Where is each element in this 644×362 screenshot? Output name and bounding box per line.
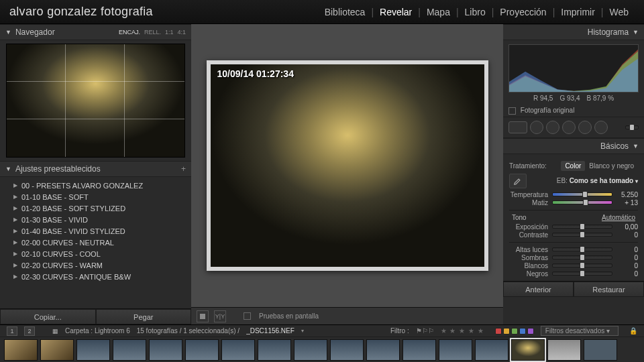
temp-slider[interactable] <box>552 192 612 196</box>
grid-icon[interactable]: ▦ <box>52 328 58 335</box>
preset-folder[interactable]: ▶01-10 BASE - SOFT <box>0 191 191 202</box>
color-label-chip[interactable] <box>527 328 534 335</box>
chevron-down-icon: ▼ <box>5 166 11 172</box>
filters-dropdown[interactable]: Filtros desactivados ▾ <box>541 326 619 336</box>
nav-zoom-11[interactable]: 1:1 <box>165 29 174 36</box>
filmstrip-thumb[interactable] <box>511 339 545 361</box>
rating-filter[interactable]: ★ ★ ★ ★ ★ <box>441 327 484 335</box>
contraste-slider[interactable] <box>552 233 612 237</box>
rgb-readout: R 94,5 G 93,4 B 87,9 % <box>508 95 639 102</box>
histogram-header[interactable]: Histograma ▼ <box>503 24 644 40</box>
histogram[interactable] <box>508 44 639 93</box>
compare-view-button[interactable]: Y|Y <box>214 310 226 322</box>
chevron-down-icon: ▼ <box>5 29 11 36</box>
main-image[interactable]: 10/09/14 01:27:34 <box>207 60 488 271</box>
module-tab-revelar[interactable]: Revelar <box>374 4 418 20</box>
monitor-2-button[interactable]: 2 <box>24 326 35 336</box>
treatment-color[interactable]: Color <box>561 161 585 171</box>
add-preset-icon[interactable]: + <box>181 164 186 174</box>
auto-tone-button[interactable]: Automático <box>602 214 635 221</box>
flag-filter-icon[interactable]: ⚑⚐⚐ <box>416 327 434 335</box>
navigator-header[interactable]: ▼ Navegador ENCAJ.RELL.1:14:1 <box>0 24 191 40</box>
filmstrip-thumb[interactable] <box>185 339 219 361</box>
reset-button[interactable]: Restaurar <box>574 282 644 297</box>
module-tab-proyección[interactable]: Proyección <box>494 4 552 20</box>
nav-zoom-rell[interactable]: RELL. <box>144 29 161 36</box>
wb-mode-select[interactable]: Como se ha tomado ▾ <box>570 177 638 184</box>
tint-slider[interactable] <box>552 200 612 204</box>
module-tab-web[interactable]: Web <box>603 4 635 20</box>
identity-plate: alvaro gonzalez fotografia <box>9 5 153 19</box>
preset-folder[interactable]: ▶02-30 CURVES - ANTIQUE B&W <box>0 271 191 282</box>
basics-header[interactable]: Básicos ▼ <box>503 138 644 154</box>
redeye-tool[interactable] <box>546 121 559 134</box>
temp-label: Temperatura <box>509 191 548 198</box>
copy-button[interactable]: Copiar... <box>0 309 96 324</box>
module-tab-imprimir[interactable]: Imprimir <box>555 4 601 20</box>
slider-value: 0 <box>616 231 638 239</box>
wb-eyedropper[interactable] <box>509 174 527 188</box>
slider-label: Blancos <box>509 262 548 269</box>
filmstrip-thumb[interactable] <box>330 339 364 361</box>
module-tab-mapa[interactable]: Mapa <box>421 4 456 20</box>
module-tab-libro[interactable]: Libro <box>459 4 492 20</box>
filmstrip-thumb[interactable] <box>402 339 436 361</box>
crop-tool[interactable] <box>508 121 527 133</box>
chevron-down-icon: ▼ <box>633 29 639 36</box>
preset-folder[interactable]: ▶01-40 BASE - VIVID STYLIZED <box>0 225 191 237</box>
filmstrip-thumb[interactable] <box>149 339 182 361</box>
loupe-view-button[interactable] <box>197 310 209 322</box>
nav-zoom-41[interactable]: 4:1 <box>177 29 186 36</box>
color-label-chip[interactable] <box>511 328 518 335</box>
filmstrip-thumb[interactable] <box>584 339 617 361</box>
brush-tool[interactable] <box>594 121 608 134</box>
slider-value: 0 <box>616 262 638 269</box>
sombras-slider[interactable] <box>552 255 612 259</box>
filmstrip-thumb[interactable] <box>76 339 110 361</box>
nav-zoom-encaj[interactable]: ENCAJ. <box>119 29 140 36</box>
blancos-slider[interactable] <box>552 263 612 267</box>
color-label-chip[interactable] <box>503 328 510 335</box>
before-button[interactable]: Anterior <box>503 282 574 297</box>
chevron-right-icon: ▶ <box>13 239 17 245</box>
filter-lock-icon[interactable]: 🔒 <box>629 327 637 335</box>
filmstrip-thumb[interactable] <box>40 339 74 361</box>
filmstrip-thumb[interactable] <box>221 339 255 361</box>
treatment-bw[interactable]: Blanco y negro <box>585 161 638 171</box>
navigator-preview[interactable] <box>6 44 185 158</box>
spot-tool[interactable] <box>530 121 543 134</box>
module-tab-biblioteca[interactable]: Biblioteca <box>319 4 372 20</box>
preset-folder[interactable]: ▶02-10 CURVES - COOL <box>0 248 191 259</box>
center-panel: 10/09/14 01:27:34 Y|Y Pruebas en pantall… <box>191 24 503 324</box>
preset-folder[interactable]: ▶01-20 BASE - SOFT STYLIZED <box>0 202 191 214</box>
monitor-1-button[interactable]: 1 <box>7 326 17 336</box>
filmstrip-thumb[interactable] <box>258 339 291 361</box>
preset-folder[interactable]: ▶00 - PRESETS ALVARO GONZALEZ <box>0 180 191 191</box>
filmstrip-thumb[interactable] <box>366 339 400 361</box>
original-checkbox[interactable] <box>508 107 516 115</box>
filmstrip-thumb[interactable] <box>547 339 581 361</box>
altas-luces-slider[interactable] <box>552 247 612 251</box>
exposición-slider[interactable] <box>552 225 612 229</box>
filmstrip-thumb[interactable] <box>113 339 146 361</box>
filmstrip-thumb[interactable] <box>475 339 508 361</box>
folder-path[interactable]: Carpeta : Lightroom 6 <box>65 327 130 335</box>
filmstrip-thumb[interactable] <box>294 339 327 361</box>
preset-folder[interactable]: ▶02-00 CURVES - NEUTRAL <box>0 237 191 248</box>
soft-proof-checkbox[interactable] <box>244 312 251 320</box>
color-label-chip[interactable] <box>519 328 526 335</box>
selection-count: 15 fotografías / 1 seleccionada(s) / <box>137 327 239 335</box>
chevron-right-icon: ▶ <box>13 194 17 200</box>
gradient-tool[interactable] <box>562 121 576 134</box>
right-footer: Anterior Restaurar <box>503 281 644 297</box>
presets-header[interactable]: ▼ Ajustes preestablecidos + <box>0 161 191 177</box>
color-label-chip[interactable] <box>495 328 502 335</box>
filmstrip-thumb[interactable] <box>4 339 38 361</box>
filmstrip-thumb[interactable] <box>439 339 472 361</box>
radial-tool[interactable] <box>578 121 592 134</box>
preset-folder[interactable]: ▶02-20 CURVES - WARM <box>0 259 191 271</box>
negros-slider[interactable] <box>552 272 612 276</box>
preset-folder[interactable]: ▶01-30 BASE - VIVID <box>0 214 191 225</box>
paste-button[interactable]: Pegar <box>96 309 192 324</box>
slider-label: Sombras <box>509 254 548 261</box>
